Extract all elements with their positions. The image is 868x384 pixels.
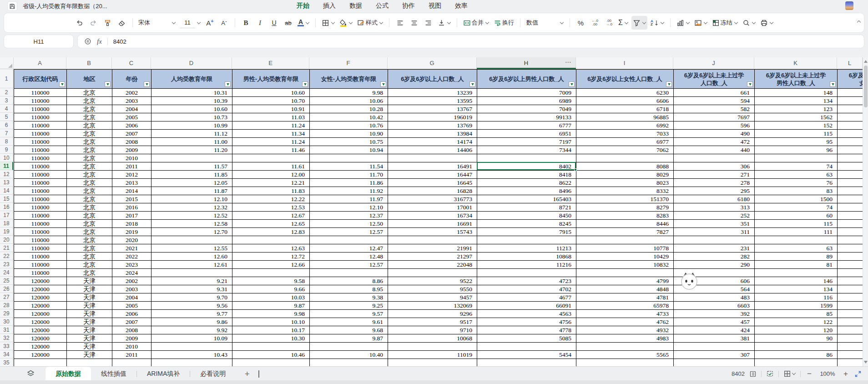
cell-B20[interactable]: 北京 <box>67 236 112 244</box>
formula-bar[interactable]: fx 8402 <box>77 35 864 48</box>
cell-B30[interactable]: 天津 <box>67 318 112 326</box>
cell-D34[interactable]: 10.43 <box>151 351 232 359</box>
cell-H4[interactable]: 7049 <box>477 105 576 113</box>
cell-I27[interactable]: 4781 <box>576 293 674 302</box>
cell-B27[interactable]: 天津 <box>67 293 112 302</box>
row-header-19[interactable]: 19 <box>0 227 13 236</box>
cell-J21[interactable]: 231 <box>674 244 755 253</box>
cell-D2[interactable]: 10.31 <box>151 89 232 97</box>
row-header-9[interactable]: 9 <box>0 146 13 154</box>
cell-C34[interactable]: 2011 <box>112 351 151 359</box>
cell-H21[interactable]: 11213 <box>477 244 576 253</box>
cell-J12[interactable]: 271 <box>674 171 755 179</box>
cell-L12[interactable] <box>838 171 863 179</box>
cell-K7[interactable]: 115 <box>755 130 838 138</box>
cell-H25[interactable]: 4723 <box>477 277 576 285</box>
cell-D8[interactable]: 11.00 <box>151 138 232 146</box>
cell-K23[interactable]: 81 <box>755 261 838 269</box>
cell-D3[interactable]: 10.39 <box>151 97 232 105</box>
cell-I31[interactable]: 4932 <box>576 326 674 334</box>
row-header-18[interactable]: 18 <box>0 219 13 227</box>
cell-L11[interactable] <box>838 162 863 171</box>
cell-J33[interactable] <box>674 343 755 351</box>
cell-D9[interactable]: 11.20 <box>151 146 232 154</box>
cell-C11[interactable]: 2011 <box>112 162 151 171</box>
cell-J18[interactable]: 351 <box>674 220 755 228</box>
cell-J8[interactable]: 472 <box>674 138 755 146</box>
cell-L29[interactable] <box>838 310 863 318</box>
cell-F2[interactable]: 9.98 <box>310 89 388 97</box>
cell-A14[interactable]: 110000 <box>14 187 67 195</box>
cell-K13[interactable]: 76 <box>755 179 838 187</box>
cell-G19[interactable]: 15743 <box>388 228 477 236</box>
scroll-down-icon[interactable] <box>864 361 868 364</box>
cell-C25[interactable]: 2002 <box>112 277 151 285</box>
font-color-button[interactable]: A <box>296 16 311 30</box>
cell-K25[interactable]: 146 <box>755 277 838 285</box>
menu-tab-数据[interactable]: 数据 <box>349 2 362 10</box>
filter-dropdown-icon[interactable] <box>105 81 111 87</box>
align-right-button[interactable] <box>422 16 434 30</box>
cell-E11[interactable]: 11.61 <box>232 162 310 171</box>
cell-I14[interactable]: 8332 <box>576 187 674 195</box>
cell-L20[interactable] <box>838 236 863 244</box>
selected-cell-outline[interactable] <box>477 162 576 170</box>
cell-J2[interactable]: 661 <box>674 89 755 97</box>
cell-J20[interactable] <box>674 236 755 244</box>
cell-A15[interactable]: 110000 <box>14 195 67 203</box>
menu-tab-插入[interactable]: 插入 <box>323 2 336 10</box>
cell-A21[interactable]: 110000 <box>14 244 67 253</box>
cell-I5[interactable]: 96885 <box>576 113 674 121</box>
cell-F13[interactable]: 11.86 <box>310 179 388 187</box>
italic-button[interactable]: I <box>254 16 266 30</box>
cell-D29[interactable]: 9.77 <box>151 310 232 318</box>
cell-A27[interactable]: 120000 <box>14 293 67 302</box>
cell-F16[interactable]: 12.10 <box>310 203 388 212</box>
cell-H24[interactable] <box>477 269 576 277</box>
cell-G24[interactable] <box>388 269 477 277</box>
cell-A12[interactable]: 110000 <box>14 171 67 179</box>
filter-dropdown-icon[interactable] <box>302 81 308 87</box>
cell-E23[interactable]: 12.66 <box>232 261 310 269</box>
cell-J14[interactable]: 295 <box>674 187 755 195</box>
cell-G34[interactable]: 11019 <box>388 351 477 359</box>
cell-F14[interactable]: 11.92 <box>310 187 388 195</box>
decrease-decimal-button[interactable]: ←.0.00 <box>589 16 601 30</box>
cell-B34[interactable]: 天津 <box>67 351 112 359</box>
cell-C6[interactable]: 2006 <box>112 121 151 130</box>
cell-J7[interactable]: 490 <box>674 130 755 138</box>
cell-C16[interactable]: 2016 <box>112 203 151 212</box>
cell-H2[interactable]: 7009 <box>477 89 576 97</box>
column-header-J[interactable]: J <box>673 57 754 69</box>
cell-B32[interactable]: 天津 <box>67 334 112 343</box>
cell-J34[interactable]: 307 <box>674 351 755 359</box>
cell-D23[interactable]: 12.61 <box>151 261 232 269</box>
cell-G12[interactable]: 16447 <box>388 171 477 179</box>
cell-E8[interactable]: 11.24 <box>232 138 310 146</box>
number-format-select[interactable]: 数值 <box>525 16 565 30</box>
cell-F15[interactable]: 11.97 <box>310 195 388 203</box>
cell-K16[interactable]: 74 <box>755 203 838 212</box>
header-cell-A1[interactable]: 行政区划代码 <box>14 70 67 89</box>
cell-J35[interactable] <box>674 359 755 366</box>
cell-F19[interactable]: 12.57 <box>310 228 388 236</box>
header-cell-F1[interactable]: 女性-人均受教育年限 <box>310 70 388 89</box>
cell-L33[interactable] <box>838 343 863 351</box>
header-cell-I1[interactable]: 6岁及6岁以上女性人口数_人 <box>576 70 674 89</box>
cell-E5[interactable]: 11.03 <box>232 113 310 121</box>
cell-A2[interactable]: 110000 <box>14 89 67 97</box>
cell-C10[interactable]: 2010 <box>112 154 151 162</box>
cell-A16[interactable]: 110000 <box>14 203 67 212</box>
format-painter-button[interactable] <box>101 16 114 30</box>
cell-E19[interactable]: 12.83 <box>232 228 310 236</box>
header-cell-H1[interactable]: 6岁及6岁以上男性人口数_人 <box>477 70 576 89</box>
cell-C14[interactable]: 2014 <box>112 187 151 195</box>
cell-B7[interactable]: 北京 <box>67 130 112 138</box>
cell-D14[interactable]: 11.87 <box>151 187 232 195</box>
cell-E2[interactable]: 10.60 <box>232 89 310 97</box>
cell-F9[interactable]: 10.94 <box>310 146 388 154</box>
cell-H16[interactable]: 8721 <box>477 203 576 212</box>
cell-L9[interactable] <box>838 146 863 154</box>
cell-H26[interactable]: 4702 <box>477 285 576 293</box>
cell-H22[interactable]: 10868 <box>477 253 576 261</box>
